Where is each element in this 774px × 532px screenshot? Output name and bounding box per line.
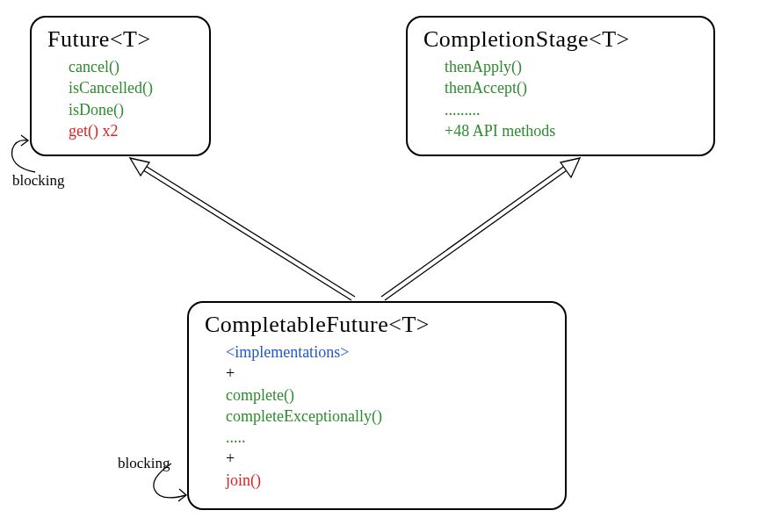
completion-stage-method: ......... — [445, 99, 698, 120]
arrow-to-completion-stage — [381, 158, 580, 300]
completable-future-method: complete() — [226, 385, 549, 406]
svg-line-1 — [144, 165, 355, 297]
svg-marker-5 — [561, 158, 580, 177]
diagram-stage: Future<T> cancel() isCancelled() isDone(… — [0, 0, 774, 532]
completion-stage-method: thenApply() — [445, 56, 698, 77]
future-methods: cancel() isCancelled() isDone() get() x2 — [69, 56, 193, 141]
completion-stage-box: CompletionStage<T> thenApply() thenAccep… — [406, 16, 715, 156]
completable-future-box: CompletableFuture<T> <implementations> +… — [187, 301, 567, 510]
svg-marker-2 — [130, 158, 149, 176]
completable-future-title: CompletableFuture<T> — [205, 312, 549, 338]
future-method: isDone() — [69, 99, 193, 120]
completable-future-method: <implementations> — [226, 341, 549, 363]
completable-future-method: ..... — [226, 427, 549, 448]
blocking-label-1: blocking — [12, 172, 65, 190]
svg-line-0 — [141, 169, 351, 300]
completable-future-method: + — [226, 363, 549, 384]
blocking-label-2: blocking — [118, 455, 170, 472]
completable-future-method: completeExceptionally() — [226, 406, 549, 427]
arrow-to-future — [130, 158, 355, 300]
future-method: cancel() — [69, 56, 193, 77]
future-title: Future<T> — [47, 26, 193, 53]
completion-stage-method: +48 API methods — [445, 120, 698, 141]
future-box: Future<T> cancel() isCancelled() isDone(… — [30, 16, 211, 156]
svg-line-4 — [381, 165, 566, 297]
future-method: get() x2 — [69, 120, 193, 141]
future-method: isCancelled() — [69, 77, 193, 98]
completion-stage-methods: thenApply() thenAccept() ......... +48 A… — [445, 56, 698, 141]
completable-future-method: join() — [226, 470, 549, 491]
svg-line-3 — [385, 169, 569, 300]
completable-future-methods: <implementations> + complete() completeE… — [226, 341, 549, 491]
completion-stage-title: CompletionStage<T> — [423, 26, 698, 53]
completion-stage-method: thenAccept() — [445, 77, 698, 98]
completable-future-method: + — [226, 448, 549, 469]
